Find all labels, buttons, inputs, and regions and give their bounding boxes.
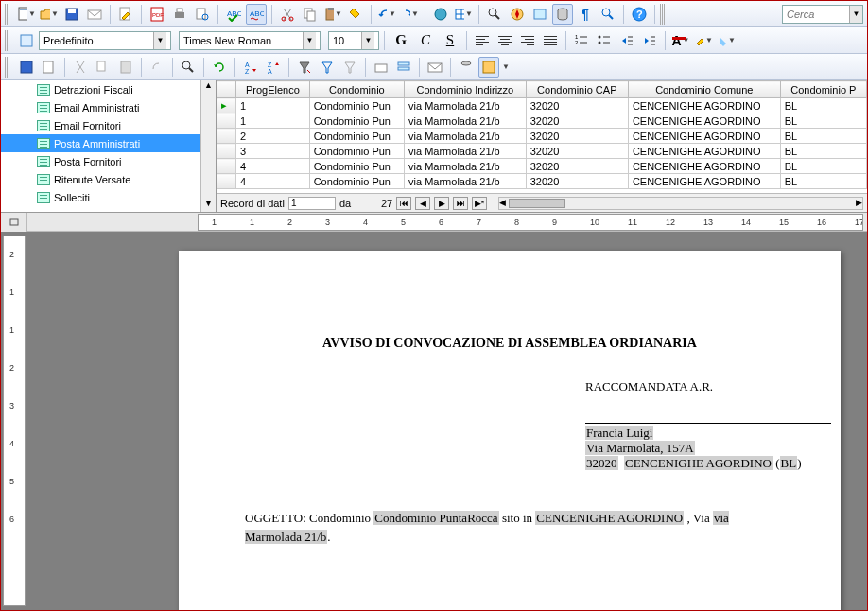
cell[interactable]: CENCENIGHE AGORDINO — [628, 98, 780, 113]
datasource-current-button[interactable] — [456, 57, 477, 78]
preview-button[interactable] — [192, 4, 213, 25]
gallery-button[interactable] — [529, 4, 550, 25]
cell[interactable]: via Marmolada 21/b — [405, 129, 527, 144]
underline-button[interactable]: S — [439, 30, 461, 51]
vertical-ruler[interactable]: 21123456 — [3, 236, 26, 606]
cell[interactable]: BL — [780, 144, 866, 159]
italic-button[interactable]: C — [414, 30, 437, 51]
cell[interactable]: Condominio Pun — [309, 174, 404, 189]
cell[interactable]: BL — [780, 113, 866, 129]
edit-data-button[interactable] — [39, 57, 60, 78]
new-doc-button[interactable]: ▼ — [16, 4, 37, 25]
document-page[interactable]: AVVISO DI CONVOCAZIONE DI ASSEMBLEA ORDI… — [179, 251, 841, 610]
save-button[interactable] — [61, 4, 82, 25]
cell[interactable]: Condominio Pun — [309, 159, 404, 174]
autofilter-button[interactable] — [294, 57, 315, 78]
cell[interactable]: CENCENIGHE AGORDINO — [628, 144, 780, 159]
numbered-list-button[interactable]: 12 — [571, 30, 592, 51]
nav-prev-button[interactable]: ◀ — [415, 197, 430, 210]
style-dropdown[interactable]: ▼ — [153, 32, 166, 49]
explorer-button[interactable] — [478, 57, 499, 78]
cell[interactable]: 32020 — [526, 159, 628, 174]
toolbar-grip-2[interactable] — [660, 4, 666, 25]
undo-button[interactable]: ▼ — [376, 4, 397, 25]
cell[interactable]: CENCENIGHE AGORDINO — [628, 159, 780, 174]
row-header[interactable] — [217, 144, 236, 159]
font-name-input[interactable] — [180, 32, 303, 49]
hscroll-thumb[interactable] — [509, 199, 565, 208]
data-copy-button[interactable] — [93, 57, 113, 78]
bgcolor-button[interactable]: ▼ — [716, 30, 737, 51]
bold-button[interactable]: G — [390, 30, 412, 51]
tree-item[interactable]: Posta Amministrati — [1, 134, 216, 152]
nav-next-button[interactable]: ▶ — [434, 197, 449, 210]
bullet-list-button[interactable] — [594, 30, 615, 51]
cell[interactable]: via Marmolada 21/b — [405, 174, 527, 189]
cell[interactable]: 32020 — [526, 144, 628, 159]
cell[interactable]: CENCENIGHE AGORDINO — [628, 113, 780, 129]
pdf-button[interactable]: PDF — [147, 4, 167, 25]
column-header[interactable]: Condominio — [309, 81, 404, 98]
hscroll-left[interactable]: ◀ — [499, 198, 506, 207]
cell[interactable]: BL — [780, 174, 866, 189]
nonprinting-button[interactable]: ¶ — [575, 4, 596, 25]
sort-desc-button[interactable]: ZA — [263, 57, 284, 78]
find-button[interactable] — [484, 4, 505, 25]
table-row[interactable]: 1Condominio Punvia Marmolada 21/b32020CE… — [217, 113, 867, 129]
cell[interactable]: CENCENIGHE AGORDINO — [628, 174, 780, 189]
table-row[interactable]: 3Condominio Punvia Marmolada 21/b32020CE… — [217, 144, 867, 159]
standard-filter-button[interactable] — [317, 57, 338, 78]
cell[interactable]: BL — [780, 98, 866, 113]
toolbar-overflow[interactable]: ▼ — [502, 62, 510, 71]
open-button[interactable]: ▼ — [39, 4, 60, 25]
align-left-button[interactable] — [472, 30, 493, 51]
sort-asc-button[interactable]: AZ — [240, 57, 261, 78]
tree-item[interactable]: Solleciti — [1, 188, 216, 206]
cell[interactable]: 4 — [236, 159, 310, 174]
font-name-combo[interactable]: ▼ — [179, 31, 321, 50]
cell[interactable]: CENCENIGHE AGORDINO — [628, 129, 780, 144]
find-record-button[interactable] — [178, 57, 199, 78]
column-header[interactable]: ProgElenco — [236, 81, 310, 98]
cell[interactable]: 32020 — [526, 98, 628, 113]
record-current-input[interactable] — [288, 197, 336, 210]
row-header[interactable]: ▸ — [217, 98, 236, 113]
cell[interactable]: via Marmolada 21/b — [405, 98, 527, 113]
nav-first-button[interactable]: ⏮ — [396, 197, 411, 210]
cell[interactable]: 32020 — [526, 174, 628, 189]
data-to-fields-button[interactable] — [393, 57, 414, 78]
cell[interactable]: via Marmolada 21/b — [405, 113, 527, 129]
cell[interactable]: Condominio Pun — [309, 98, 404, 113]
nav-new-button[interactable]: ▶* — [472, 197, 487, 210]
save-record-button[interactable] — [16, 57, 37, 78]
cell[interactable]: via Marmolada 21/b — [405, 144, 527, 159]
column-header[interactable]: Condominio Indirizzo — [405, 81, 527, 98]
row-header[interactable] — [217, 174, 236, 189]
datasources-button[interactable] — [552, 4, 573, 25]
toolbar-grip[interactable] — [5, 4, 10, 25]
toolbar-grip-3[interactable] — [5, 30, 10, 51]
grid-hscroll[interactable]: ◀▶ — [498, 197, 863, 210]
search-box[interactable]: ▼ — [782, 5, 863, 24]
format-paint-button[interactable] — [345, 4, 366, 25]
align-right-button[interactable] — [517, 30, 538, 51]
autospell-button[interactable]: ABC — [246, 4, 267, 25]
column-header[interactable]: Condominio Comune — [628, 81, 780, 98]
font-color-button[interactable]: A▼ — [670, 30, 691, 51]
search-input[interactable] — [783, 6, 849, 23]
font-size-combo[interactable]: ▼ — [328, 31, 379, 50]
data-paste-button[interactable] — [115, 57, 136, 78]
mail-merge-button[interactable] — [425, 57, 445, 78]
redo-button[interactable]: ▼ — [399, 4, 420, 25]
row-header[interactable] — [217, 129, 236, 144]
font-dropdown[interactable]: ▼ — [303, 32, 316, 49]
styles-button[interactable] — [16, 30, 37, 51]
table-row[interactable]: 2Condominio Punvia Marmolada 21/b32020CE… — [217, 129, 867, 144]
font-size-input[interactable] — [329, 32, 361, 49]
tree-item[interactable]: Detrazioni Fiscali — [1, 80, 216, 98]
cell[interactable]: 4 — [236, 174, 310, 189]
hyperlink-button[interactable] — [430, 4, 451, 25]
row-header[interactable] — [217, 113, 236, 129]
table-button[interactable]: ▼ — [453, 4, 474, 25]
remove-filter-button[interactable] — [339, 57, 360, 78]
